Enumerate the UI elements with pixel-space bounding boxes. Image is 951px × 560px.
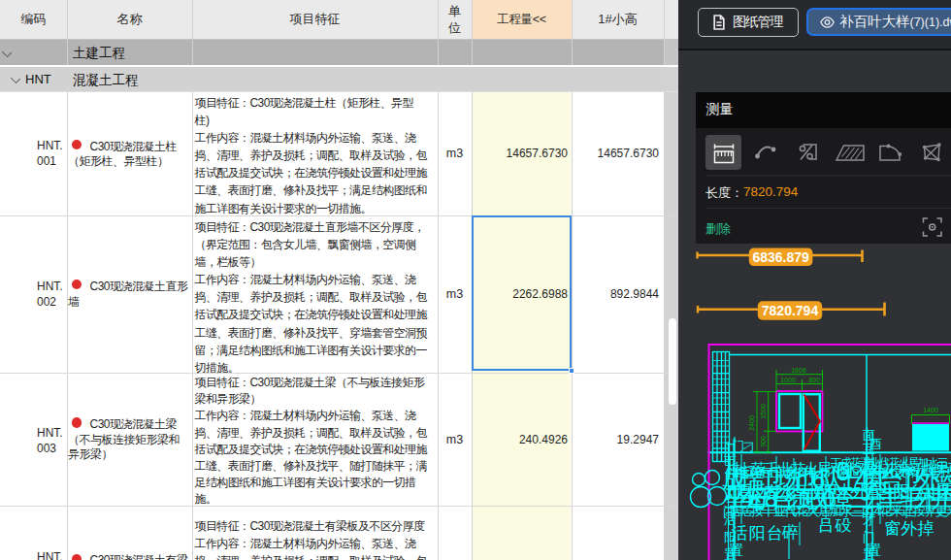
svg-text:置: 置 bbox=[863, 547, 875, 560]
svg-text:6: 6 bbox=[836, 457, 850, 486]
svg-text:2400: 2400 bbox=[748, 415, 755, 431]
svg-text:丰: 丰 bbox=[863, 455, 875, 470]
svg-text:吕砓: 吕砓 bbox=[818, 516, 852, 535]
svg-text:窗外掉: 窗外掉 bbox=[884, 519, 935, 538]
svg-text:1000: 1000 bbox=[780, 377, 796, 383]
svg-text:900: 900 bbox=[760, 436, 767, 447]
svg-text:4: 4 bbox=[747, 489, 761, 516]
svg-text:互: 互 bbox=[863, 442, 875, 456]
svg-text:置: 置 bbox=[724, 547, 737, 560]
svg-text:门: 门 bbox=[863, 530, 875, 544]
svg-text:1400: 1400 bbox=[923, 407, 938, 413]
svg-text:6836.879: 6836.879 bbox=[752, 249, 809, 265]
svg-text:1806: 1806 bbox=[791, 367, 806, 374]
svg-text:阳: 阳 bbox=[724, 530, 737, 544]
svg-text:碎: 碎 bbox=[781, 523, 799, 542]
svg-text:刁: 刁 bbox=[743, 441, 754, 452]
svg-text:面: 面 bbox=[863, 428, 875, 443]
svg-text:800: 800 bbox=[808, 377, 820, 383]
svg-text:7820.794: 7820.794 bbox=[762, 303, 819, 318]
svg-text:活阳台: 活阳台 bbox=[732, 524, 785, 543]
svg-text:帀: 帀 bbox=[724, 454, 737, 469]
svg-text:1500: 1500 bbox=[760, 404, 767, 419]
